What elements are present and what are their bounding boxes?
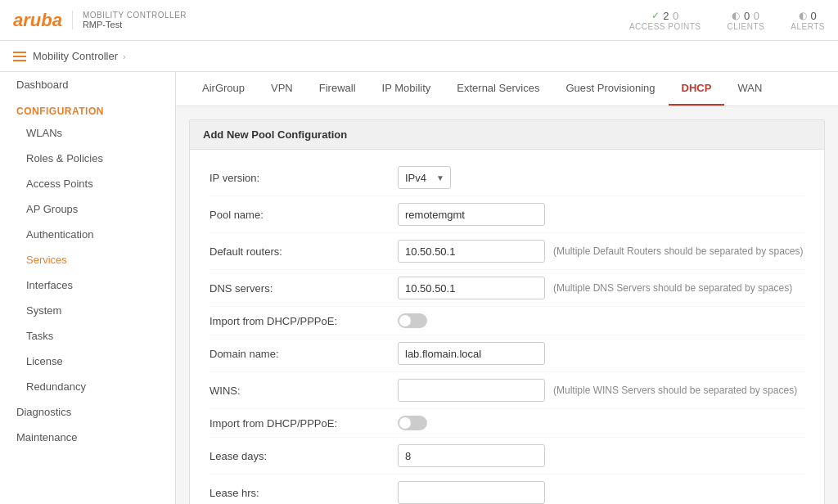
- controller-name: RMP-Test: [83, 20, 187, 29]
- sidebar-item-redundancy[interactable]: Redundancy: [0, 374, 175, 399]
- top-header: aruba MOBILITY CONTROLLER RMP-Test ✓ 2 0…: [0, 0, 838, 41]
- select-ip-version[interactable]: IPv4 IPv6: [398, 166, 451, 189]
- select-wrapper-ip-version: IPv4 IPv6 ▼: [398, 166, 451, 189]
- clients-icon: ◐: [732, 10, 741, 21]
- input-default-routers[interactable]: [398, 240, 545, 263]
- field-domain-name: Domain name:: [210, 335, 804, 372]
- toggle-import-dhcp-2[interactable]: [398, 416, 427, 430]
- check-icon: ✓: [651, 10, 660, 21]
- control-lease-days: [398, 444, 545, 467]
- tab-guest-provisioning[interactable]: Guest Provisioning: [552, 72, 668, 106]
- sub-header: Mobility Controller ›: [0, 41, 838, 72]
- hint-default-routers: (Multiple Default Routers should be sepa…: [553, 245, 804, 257]
- tab-airgroup[interactable]: AirGroup: [189, 72, 258, 106]
- stat-clients-label: CLIENTS: [728, 22, 765, 31]
- top-stats: ✓ 2 0 ACCESS POINTS ◐ 0 0 CLIENTS ◐ 0 AL…: [629, 10, 825, 31]
- field-import-dhcp-2: Import from DHCP/PPPoE:: [210, 409, 804, 438]
- label-lease-hrs: Lease hrs:: [210, 487, 398, 499]
- controller-info: MOBILITY CONTROLLER RMP-Test: [72, 11, 187, 29]
- stat-ap-extra: 0: [673, 10, 679, 22]
- sub-header-title: Mobility Controller ›: [33, 50, 126, 62]
- tab-ip-mobility[interactable]: IP Mobility: [369, 72, 444, 106]
- label-lease-days: Lease days:: [210, 450, 398, 462]
- label-default-routers: Default routers:: [210, 245, 398, 258]
- field-dns-servers: DNS servers: (Multiple DNS Servers shoul…: [210, 270, 804, 307]
- control-default-routers: (Multiple Default Routers should be sepa…: [398, 240, 804, 263]
- field-pool-name: Pool name:: [210, 196, 804, 233]
- sidebar-item-system[interactable]: System: [0, 298, 175, 323]
- stat-ap-label: ACCESS POINTS: [629, 22, 701, 31]
- input-dns-servers[interactable]: [398, 277, 545, 299]
- sidebar-item-maintenance[interactable]: Maintenance: [0, 425, 175, 450]
- control-pool-name: [398, 203, 545, 226]
- input-wins[interactable]: [398, 379, 545, 402]
- sidebar-item-tasks[interactable]: Tasks: [0, 323, 175, 349]
- stat-clients-value: 0: [744, 10, 750, 22]
- stat-access-points[interactable]: ✓ 2 0 ACCESS POINTS: [629, 10, 701, 31]
- stat-alerts-label: ALERTS: [791, 22, 825, 31]
- sidebar-item-roles-policies[interactable]: Roles & Policies: [0, 146, 175, 171]
- field-import-dhcp-1: Import from DHCP/PPPoE:: [210, 307, 804, 335]
- sidebar: Dashboard Configuration WLANs Roles & Po…: [0, 72, 176, 504]
- field-lease-days: Lease days:: [210, 438, 804, 475]
- control-lease-hrs: [398, 481, 545, 504]
- label-pool-name: Pool name:: [210, 209, 398, 221]
- toggle-import-dhcp-1[interactable]: [398, 313, 427, 328]
- control-import-dhcp-1: [398, 313, 427, 328]
- sidebar-item-license[interactable]: License: [0, 349, 175, 374]
- label-dns-servers: DNS servers:: [210, 282, 398, 295]
- form-body: IP version: IPv4 IPv6 ▼ Pool name:: [190, 150, 824, 504]
- form-card: Add New Pool Configuration IP version: I…: [189, 119, 825, 504]
- alerts-icon: ◐: [799, 10, 808, 21]
- label-wins: WINS:: [210, 385, 398, 397]
- field-wins: WINS: (Multiple WINS Servers should be s…: [210, 372, 804, 409]
- hint-wins: (Multiple WINS Servers should be separat…: [553, 385, 797, 396]
- label-import-dhcp-2: Import from DHCP/PPPoE:: [210, 417, 398, 430]
- input-lease-days[interactable]: [398, 444, 545, 467]
- control-ip-version: IPv4 IPv6 ▼: [398, 166, 451, 189]
- stat-alerts-value: 0: [811, 10, 818, 22]
- stat-alerts[interactable]: ◐ 0 ALERTS: [791, 10, 825, 31]
- logo-area: aruba MOBILITY CONTROLLER RMP-Test: [13, 10, 187, 31]
- input-lease-hrs[interactable]: [398, 481, 545, 504]
- tab-external-services[interactable]: External Services: [444, 72, 552, 106]
- input-domain-name[interactable]: [398, 342, 545, 365]
- tab-firewall[interactable]: Firewall: [306, 72, 369, 106]
- label-ip-version: IP version:: [210, 172, 398, 184]
- field-lease-hrs: Lease hrs:: [210, 475, 804, 504]
- field-default-routers: Default routers: (Multiple Default Route…: [210, 233, 804, 270]
- hint-dns-servers: (Multiple DNS Servers should be separate…: [553, 282, 792, 294]
- sidebar-item-access-points[interactable]: Access Points: [0, 171, 175, 196]
- stat-clients-extra: 0: [754, 10, 760, 22]
- sidebar-section-configuration: Configuration: [0, 97, 175, 120]
- tab-wan[interactable]: WAN: [724, 72, 775, 106]
- controller-label: MOBILITY CONTROLLER: [83, 11, 187, 20]
- tabs-bar: AirGroup VPN Firewall IP Mobility Extern…: [176, 72, 838, 106]
- tab-dhcp[interactable]: DHCP: [669, 72, 725, 106]
- sidebar-item-dashboard[interactable]: Dashboard: [0, 72, 175, 97]
- control-wins: (Multiple WINS Servers should be separat…: [398, 379, 797, 402]
- control-import-dhcp-2: [398, 416, 427, 430]
- sidebar-item-diagnostics[interactable]: Diagnostics: [0, 399, 175, 425]
- stat-ap-value: 2: [663, 10, 669, 22]
- main-layout: Dashboard Configuration WLANs Roles & Po…: [0, 72, 838, 504]
- sidebar-item-wlans[interactable]: WLANs: [0, 120, 175, 146]
- field-ip-version: IP version: IPv4 IPv6 ▼: [210, 160, 804, 196]
- label-domain-name: Domain name:: [210, 348, 398, 360]
- control-dns-servers: (Multiple DNS Servers should be separate…: [398, 277, 792, 299]
- hamburger-menu[interactable]: [13, 52, 26, 61]
- stat-clients[interactable]: ◐ 0 0 CLIENTS: [728, 10, 765, 31]
- sidebar-item-interfaces[interactable]: Interfaces: [0, 272, 175, 298]
- input-pool-name[interactable]: [398, 203, 545, 226]
- sidebar-item-authentication[interactable]: Authentication: [0, 222, 175, 247]
- sidebar-item-services[interactable]: Services: [0, 247, 175, 272]
- label-import-dhcp-1: Import from DHCP/PPPoE:: [210, 315, 398, 327]
- sub-header-text: Mobility Controller: [33, 50, 118, 62]
- form-card-header: Add New Pool Configuration: [190, 120, 824, 150]
- content-area: AirGroup VPN Firewall IP Mobility Extern…: [176, 72, 838, 504]
- chevron-right-icon: ›: [123, 52, 126, 61]
- tab-vpn[interactable]: VPN: [258, 72, 306, 106]
- control-domain-name: [398, 342, 545, 365]
- sidebar-item-ap-groups[interactable]: AP Groups: [0, 196, 175, 222]
- aruba-logo: aruba: [13, 10, 62, 31]
